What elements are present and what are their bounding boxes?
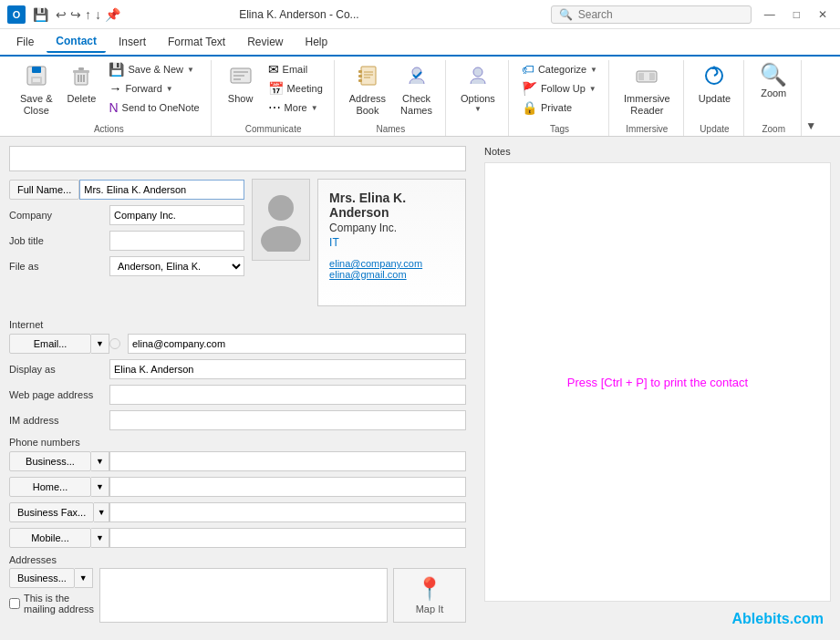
menu-bar: File Contact Insert Format Text Review H…	[0, 29, 840, 57]
im-input[interactable]	[109, 410, 466, 430]
phone-row-3: Mobile... ▼	[9, 527, 466, 549]
follow-up-button[interactable]: 🚩 Follow Up ▼	[518, 79, 601, 98]
address-dropdown[interactable]: ▼	[75, 568, 93, 588]
svg-rect-12	[233, 75, 244, 77]
immersive-reader-label: ImmersiveReader	[624, 93, 670, 117]
minimize-btn[interactable]: —	[759, 6, 781, 23]
phone-input-0[interactable]	[109, 451, 466, 471]
ribbon-group-zoom: 🔍 Zoom Zoom	[746, 60, 802, 136]
close-btn[interactable]: ✕	[813, 6, 833, 23]
file-as-select[interactable]: Anderson, Elina K.	[109, 256, 244, 276]
phone-dropdown-3[interactable]: ▼	[91, 528, 109, 548]
private-button[interactable]: 🔒 Private	[518, 98, 601, 117]
immersive-reader-button[interactable]: ImmersiveReader	[618, 60, 676, 120]
form-header	[9, 146, 466, 171]
full-name-input[interactable]	[79, 180, 244, 200]
im-label: IM address	[9, 415, 109, 426]
phone-type-button-1[interactable]: Home...	[9, 477, 91, 497]
phone-dropdown-2[interactable]: ▼	[94, 502, 109, 522]
email-indicator	[109, 338, 120, 349]
phone-dropdown-0[interactable]: ▼	[91, 451, 109, 471]
address-textarea[interactable]	[99, 568, 388, 623]
phone-type-button-0[interactable]: Business...	[9, 451, 91, 471]
full-name-button[interactable]: Full Name...	[9, 180, 79, 200]
follow-up-icon: 🚩	[522, 81, 537, 96]
zoom-buttons: 🔍 Zoom	[753, 60, 793, 122]
phone-type-button-3[interactable]: Mobile...	[9, 528, 91, 548]
address-btn-group: Business... ▼	[9, 568, 94, 588]
categorize-arrow: ▼	[590, 66, 597, 74]
show-button[interactable]: Show	[221, 60, 261, 108]
menu-contact[interactable]: Contact	[47, 31, 106, 53]
address-book-button[interactable]: AddressBook	[344, 60, 391, 120]
meeting-button[interactable]: 📅 Meeting	[264, 79, 327, 98]
ribbon-expand-btn[interactable]: ▼	[804, 60, 818, 136]
display-as-input[interactable]	[109, 359, 466, 379]
phone-btn-group-2: Business Fax... ▼	[9, 502, 109, 522]
menu-file[interactable]: File	[7, 32, 43, 52]
immersive-group-label: Immersive	[618, 122, 676, 134]
search-box[interactable]: 🔍	[551, 5, 752, 24]
address-type-button[interactable]: Business...	[9, 568, 75, 588]
forward-button[interactable]: → Forward ▼	[105, 79, 202, 98]
phone-row-1: Home... ▼	[9, 476, 466, 498]
quick-save-btn[interactable]: 💾	[33, 7, 48, 22]
tags-group-label: Tags	[518, 122, 601, 134]
web-page-input[interactable]	[109, 385, 466, 405]
internet-label: Internet	[9, 319, 466, 330]
preview-name: Mrs. Elina K. Anderson	[329, 191, 454, 220]
delete-button[interactable]: Delete	[61, 60, 101, 108]
file-as-row: File as Anderson, Elina K.	[9, 255, 244, 277]
map-it-label: Map It	[416, 604, 444, 614]
preview-email2[interactable]: elina@gmail.com	[329, 269, 454, 280]
menu-insert[interactable]: Insert	[109, 32, 155, 52]
zoom-button[interactable]: 🔍 Zoom	[753, 60, 793, 103]
save-close-button[interactable]: Save &Close	[15, 60, 57, 120]
email-type-button[interactable]: Email...	[9, 334, 91, 354]
save-new-button[interactable]: 💾 Save & New ▼	[105, 60, 202, 78]
phone-type-button-2[interactable]: Business Fax...	[9, 502, 94, 522]
menu-review[interactable]: Review	[238, 32, 292, 52]
email-button[interactable]: ✉ Email	[264, 60, 327, 78]
search-input[interactable]	[578, 8, 733, 21]
update-buttons: Update	[693, 60, 736, 122]
options-button[interactable]: Options ▼	[455, 60, 501, 117]
phone-input-3[interactable]	[109, 528, 466, 548]
categorize-button[interactable]: 🏷 Categorize ▼	[518, 60, 601, 78]
phone-input-2[interactable]	[109, 502, 466, 522]
search-icon: 🔍	[559, 8, 573, 21]
im-row: IM address	[9, 409, 466, 431]
ribbon-group-names: AddressBook CheckNames Names	[337, 60, 446, 136]
update-icon	[702, 64, 726, 91]
email-btn-group: Email... ▼	[9, 334, 109, 354]
check-names-button[interactable]: CheckNames	[395, 60, 438, 120]
mailing-checkbox[interactable]	[9, 598, 20, 609]
svg-rect-3	[33, 78, 40, 82]
email-input[interactable]	[128, 334, 466, 354]
address-book-label: AddressBook	[349, 93, 386, 117]
send-onenote-button[interactable]: N Send to OneNote	[105, 98, 202, 117]
map-it-button[interactable]: 📍 Map It	[393, 568, 466, 623]
forward-arrow: ▼	[166, 85, 173, 93]
job-title-input[interactable]	[109, 231, 244, 251]
communicate-small-col: ✉ Email 📅 Meeting ⋯ More ▼	[264, 60, 327, 117]
communicate-group-label: Communicate	[221, 122, 327, 134]
avatar-container[interactable]	[252, 179, 310, 261]
menu-help[interactable]: Help	[296, 32, 337, 52]
maximize-btn[interactable]: □	[788, 6, 805, 23]
options-label: Options	[461, 93, 495, 105]
web-page-row: Web page address	[9, 384, 466, 406]
update-button[interactable]: Update	[693, 60, 736, 108]
email-type-dropdown[interactable]: ▼	[91, 334, 109, 354]
preview-email1[interactable]: elina@company.com	[329, 258, 454, 269]
more-button[interactable]: ⋯ More ▼	[264, 98, 327, 117]
email-row: Email... ▼	[9, 333, 466, 355]
save-close-icon	[25, 64, 48, 91]
menu-format-text[interactable]: Format Text	[159, 32, 234, 52]
forward-label: Forward	[125, 83, 161, 94]
phone-dropdown-1[interactable]: ▼	[91, 477, 109, 497]
company-input[interactable]	[109, 205, 244, 225]
svg-rect-26	[644, 73, 649, 80]
phone-input-1[interactable]	[109, 477, 466, 497]
save-new-icon: 💾	[109, 62, 124, 77]
